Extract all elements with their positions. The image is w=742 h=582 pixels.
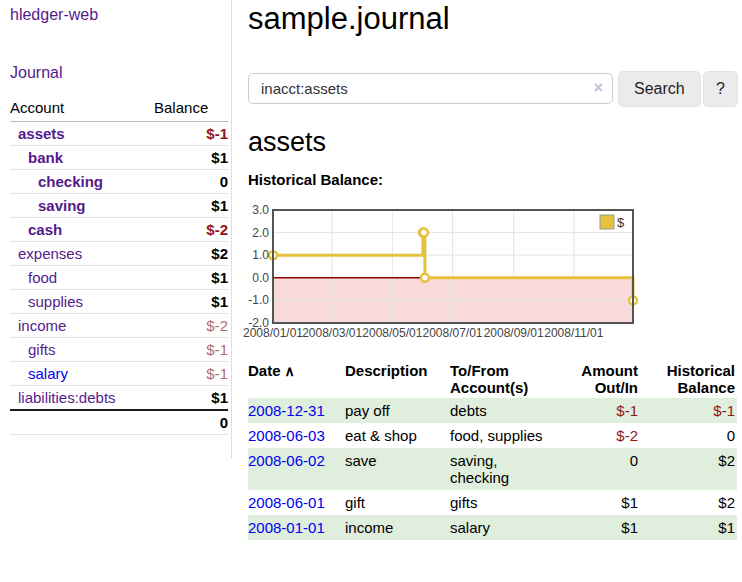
transaction-amount: $1 (558, 515, 640, 540)
account-row: gifts$-1 (10, 338, 228, 362)
accounts-col-account: Account (10, 96, 154, 122)
accounts-col-balance: Balance (154, 96, 228, 122)
svg-text:-1.0: -1.0 (248, 293, 269, 307)
register-col-amount: Amount Out/In (558, 360, 640, 398)
account-link-salary[interactable]: salary (28, 365, 68, 382)
register-table: Date∧ Description To/From Account(s) Amo… (248, 360, 737, 540)
svg-text:2.0: 2.0 (252, 226, 269, 240)
transaction-date-link[interactable]: 2008-01-01 (248, 519, 325, 536)
account-balance: $1 (154, 290, 228, 314)
svg-text:2008/01/01: 2008/01/01 (243, 326, 303, 340)
transaction-amount: $-2 (558, 423, 640, 448)
account-link-checking[interactable]: checking (38, 173, 103, 190)
accounts-table-header: Account Balance (10, 96, 228, 122)
transaction-date-link[interactable]: 2008-06-01 (248, 494, 325, 511)
transaction-amount: 0 (558, 448, 640, 490)
legend-label: $ (617, 215, 625, 230)
account-link-bank[interactable]: bank (28, 149, 63, 166)
transaction-date-link[interactable]: 2008-06-03 (248, 427, 325, 444)
register-col-accounts: To/From Account(s) (450, 360, 558, 398)
account-link-assets[interactable]: assets (18, 125, 65, 142)
svg-text:2008/05/01: 2008/05/01 (362, 326, 422, 340)
account-balance: $-2 (154, 314, 228, 338)
svg-text:2008/03/01: 2008/03/01 (302, 326, 362, 340)
account-row: expenses$2 (10, 242, 228, 266)
account-balance: $-1 (154, 122, 228, 146)
account-row: food$1 (10, 266, 228, 290)
legend-swatch (600, 215, 614, 229)
svg-text:1.0: 1.0 (252, 248, 269, 262)
svg-text:3.0: 3.0 (252, 203, 269, 217)
transaction-description: save (345, 448, 450, 490)
register-col-date[interactable]: Date∧ (248, 360, 345, 398)
account-balance: $1 (154, 146, 228, 170)
register-row: 2008-06-01 gift gifts $1 $2 (248, 490, 737, 515)
account-balance: $1 (154, 386, 228, 411)
register-row: 2008-12-31 pay off debts $-1 $-1 (248, 398, 737, 423)
search-input-wrap: × (248, 73, 613, 104)
register-header-row: Date∧ Description To/From Account(s) Amo… (248, 360, 737, 398)
transaction-description: pay off (345, 398, 450, 423)
account-row: checking0 (10, 170, 228, 194)
transaction-balance: $-1 (640, 398, 737, 423)
account-row: salary$-1 (10, 362, 228, 386)
transaction-balance: $1 (640, 515, 737, 540)
sidebar: hledger-web Journal Account Balance asse… (0, 0, 232, 458)
transaction-accounts: food, supplies (450, 423, 558, 448)
transaction-balance: $2 (640, 490, 737, 515)
account-heading: assets (248, 127, 326, 158)
register-col-description: Description (345, 360, 450, 398)
transaction-description: eat & shop (345, 423, 450, 448)
sidebar-item-journal[interactable]: Journal (10, 64, 231, 82)
chart-title: Historical Balance: (248, 171, 383, 188)
account-link-gifts[interactable]: gifts (28, 341, 56, 358)
account-link-liabilities-debts[interactable]: liabilities:debts (18, 389, 116, 406)
account-row: saving$1 (10, 194, 228, 218)
search-input[interactable] (248, 73, 613, 104)
help-button[interactable]: ? (703, 71, 738, 107)
register-row: 2008-06-02 save saving, checking 0 $2 (248, 448, 737, 490)
account-link-income[interactable]: income (18, 317, 66, 334)
account-balance: $-1 (154, 338, 228, 362)
search-button[interactable]: Search (618, 71, 701, 107)
account-row: liabilities:debts$1 (10, 386, 228, 411)
transaction-balance: $2 (640, 448, 737, 490)
account-link-food[interactable]: food (28, 269, 57, 286)
account-balance: 0 (154, 170, 228, 194)
account-link-saving[interactable]: saving (38, 197, 86, 214)
svg-text:2008/11/01: 2008/11/01 (544, 326, 603, 340)
account-link-expenses[interactable]: expenses (18, 245, 82, 262)
account-balance: $2 (154, 242, 228, 266)
account-row: supplies$1 (10, 290, 228, 314)
transaction-accounts: salary (450, 515, 558, 540)
transaction-balance: 0 (640, 423, 737, 448)
clear-search-icon[interactable]: × (594, 79, 603, 97)
account-balance: $1 (154, 194, 228, 218)
historical-balance-chart: $3.02.01.00.0-1.0-2.02008/01/012008/03/0… (248, 202, 742, 344)
sort-ascending-icon: ∧ (285, 363, 295, 379)
transaction-date-link[interactable]: 2008-06-02 (248, 452, 325, 469)
account-row: income$-2 (10, 314, 228, 338)
account-row: cash$-2 (10, 218, 228, 242)
account-balance: $-1 (154, 362, 228, 386)
transaction-accounts: saving, checking (450, 448, 558, 490)
transaction-accounts: debts (450, 398, 558, 423)
register-col-balance: Historical Balance (640, 360, 737, 398)
transaction-amount: $1 (558, 490, 640, 515)
account-balance: $-2 (154, 218, 228, 242)
account-row: bank$1 (10, 146, 228, 170)
transaction-description: gift (345, 490, 450, 515)
account-row: assets$-1 (10, 122, 228, 146)
svg-text:2008/07/01: 2008/07/01 (422, 326, 482, 340)
register-row: 2008-01-01 income salary $1 $1 (248, 515, 737, 540)
account-link-cash[interactable]: cash (28, 221, 62, 238)
register-row: 2008-06-03 eat & shop food, supplies $-2… (248, 423, 737, 448)
svg-text:0.0: 0.0 (252, 271, 269, 285)
page-title: sample.journal (248, 1, 450, 37)
main-panel: sample.journal × Search ? assets Histori… (248, 0, 742, 582)
account-link-supplies[interactable]: supplies (28, 293, 83, 310)
transaction-amount: $-1 (558, 398, 640, 423)
transaction-date-link[interactable]: 2008-12-31 (248, 402, 325, 419)
accounts-total-row: 0 (10, 410, 228, 435)
brand-link[interactable]: hledger-web (10, 6, 231, 24)
